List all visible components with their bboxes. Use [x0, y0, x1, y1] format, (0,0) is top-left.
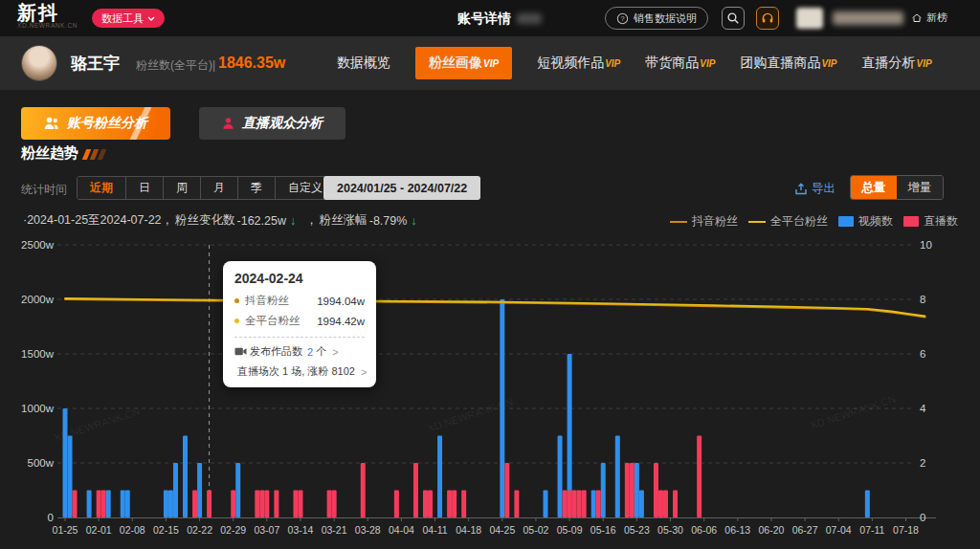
- video-bar-05-14[interactable]: [591, 491, 596, 518]
- x-axis-label: 02-15: [153, 524, 179, 536]
- live-bar-04-07[interactable]: [413, 463, 418, 517]
- video-bar-05-19[interactable]: [615, 436, 620, 518]
- live-bar-04-17[interactable]: [461, 491, 466, 518]
- live-bar-05-29[interactable]: [663, 491, 668, 518]
- account-tab-数据概览[interactable]: 数据概览: [337, 55, 390, 72]
- account-tab-直播分析[interactable]: 直播分析VIP: [862, 55, 932, 72]
- chart-canvas: 2500w102000w81500w61000w4500w200XD.NEWRA…: [0, 233, 980, 549]
- live-bar-02-01[interactable]: [97, 491, 101, 518]
- live-bar-05-27[interactable]: [654, 463, 658, 517]
- search-button[interactable]: [722, 7, 745, 30]
- live-bar-03-06[interactable]: [259, 491, 264, 518]
- video-bar-03-01[interactable]: [235, 463, 240, 517]
- live-bar-04-03[interactable]: [394, 491, 399, 518]
- live-bar-03-21[interactable]: [332, 491, 337, 518]
- live-bar-04-26[interactable]: [504, 463, 509, 517]
- range-option-季[interactable]: 季: [237, 177, 275, 199]
- live-bar-03-05[interactable]: [255, 491, 259, 518]
- account-tab-团购直播商品[interactable]: 团购直播商品VIP: [740, 55, 836, 72]
- live-bar-01-27[interactable]: [73, 491, 78, 518]
- video-bar-05-23[interactable]: [635, 463, 639, 517]
- legend-item-抖音粉丝[interactable]: 抖音粉丝: [670, 213, 738, 230]
- live-bar-05-08[interactable]: [563, 491, 568, 518]
- export-button[interactable]: 导出: [794, 181, 835, 197]
- live-bar-05-10[interactable]: [572, 491, 577, 518]
- live-bar-04-09[interactable]: [423, 491, 428, 518]
- live-bar-03-14[interactable]: [298, 491, 302, 518]
- live-bar-05-12[interactable]: [582, 491, 587, 518]
- legend-item-直播数[interactable]: 直播数: [903, 213, 958, 230]
- live-bar-05-21[interactable]: [625, 463, 630, 517]
- range-option-日[interactable]: 日: [125, 177, 163, 199]
- live-bar-03-07[interactable]: [264, 491, 269, 518]
- date-range-picker[interactable]: 2024/01/25 - 2024/07/22: [323, 176, 480, 200]
- video-bar-05-07[interactable]: [558, 436, 563, 518]
- video-bar-05-16[interactable]: [601, 463, 606, 517]
- live-bar-05-09[interactable]: [568, 491, 572, 518]
- legend-item-全平台粉丝[interactable]: 全平台粉丝: [748, 213, 828, 230]
- video-bar-02-15[interactable]: [164, 491, 168, 518]
- tab-live-audience-analysis[interactable]: 直播观众分析: [199, 107, 345, 140]
- live-bar-04-14[interactable]: [447, 491, 452, 518]
- live-bar-02-21[interactable]: [192, 491, 197, 518]
- x-axis-label: 03-14: [288, 524, 314, 536]
- video-bar-04-25[interactable]: [500, 299, 504, 517]
- range-option-月[interactable]: 月: [200, 177, 237, 199]
- video-bar-05-24[interactable]: [639, 491, 644, 518]
- live-bar-05-15[interactable]: [596, 491, 601, 518]
- live-bar-04-10[interactable]: [428, 491, 433, 518]
- tooltip-works-link[interactable]: 发布作品数 2 个 >: [234, 344, 365, 359]
- range-option-周[interactable]: 周: [163, 177, 200, 199]
- video-bar-02-07[interactable]: [125, 491, 130, 518]
- live-bar-06-05[interactable]: [697, 436, 702, 518]
- live-bar-02-02[interactable]: [101, 491, 106, 518]
- video-bar-05-04[interactable]: [544, 491, 548, 518]
- video-bar-02-22[interactable]: [197, 463, 202, 517]
- live-bar-03-09[interactable]: [274, 491, 278, 518]
- range-option-近期[interactable]: 近期: [78, 177, 125, 199]
- live-bar-02-24[interactable]: [207, 491, 212, 518]
- sales-data-info-button[interactable]: ? 销售数据说明: [605, 7, 708, 30]
- mode-total[interactable]: 总量: [851, 176, 897, 199]
- video-bar-02-16[interactable]: [168, 491, 173, 518]
- live-bar-04-28[interactable]: [514, 491, 519, 518]
- account-tab-粉丝画像[interactable]: 粉丝画像VIP: [415, 47, 512, 79]
- account-avatar[interactable]: [21, 45, 57, 81]
- metric-label: 全平台粉丝: [245, 314, 301, 328]
- newrank-home-link[interactable]: 新榜: [911, 11, 947, 25]
- redacted-user-name[interactable]: [833, 11, 903, 25]
- tooltip-live-link[interactable]: 直播场次 1 场, 涨粉 8102 >: [234, 364, 365, 379]
- video-bar-04-12[interactable]: [437, 436, 442, 518]
- redacted-user-avatar[interactable]: [796, 8, 823, 29]
- mode-increment[interactable]: 增量: [897, 176, 943, 199]
- logo[interactable]: 新抖 XD.NEWRANK.CN: [17, 3, 78, 30]
- video-bar-02-06[interactable]: [121, 491, 125, 518]
- account-tab-短视频作品[interactable]: 短视频作品VIP: [537, 55, 620, 72]
- data-tools-button[interactable]: 数据工具: [92, 9, 165, 28]
- video-bar-02-17[interactable]: [173, 463, 178, 517]
- metric-label: 抖音粉丝: [245, 294, 289, 308]
- live-bar-05-28[interactable]: [658, 491, 663, 518]
- account-tab-label: 直播分析: [862, 55, 916, 72]
- live-bar-04-15[interactable]: [452, 491, 457, 518]
- tab-account-fans-analysis[interactable]: 账号粉丝分析: [21, 107, 170, 140]
- legend-item-视频数[interactable]: 视频数: [838, 213, 893, 230]
- video-bar-07-10[interactable]: [865, 491, 870, 518]
- x-axis-label: 06-13: [724, 524, 750, 536]
- video-bar-01-25[interactable]: [63, 408, 68, 517]
- support-button[interactable]: [756, 7, 779, 30]
- tooltip-divider: [234, 337, 365, 338]
- live-bar-05-11[interactable]: [577, 491, 582, 518]
- live-bar-03-13[interactable]: [293, 491, 298, 518]
- summary-line: ·2024-01-25至2024-07-22， 粉丝变化数 -162.25w ↓…: [23, 212, 425, 229]
- live-bar-03-20[interactable]: [327, 491, 332, 518]
- video-bar-02-03[interactable]: [106, 491, 111, 518]
- video-bar-01-30[interactable]: [87, 491, 92, 518]
- video-bar-01-26[interactable]: [68, 436, 73, 518]
- video-bar-02-19[interactable]: [183, 436, 188, 518]
- live-bar-05-22[interactable]: [630, 463, 635, 517]
- live-bar-05-31[interactable]: [673, 491, 678, 518]
- live-bar-03-27[interactable]: [361, 463, 366, 517]
- account-tab-带货商品[interactable]: 带货商品VIP: [645, 55, 715, 72]
- live-bar-02-29[interactable]: [231, 491, 235, 518]
